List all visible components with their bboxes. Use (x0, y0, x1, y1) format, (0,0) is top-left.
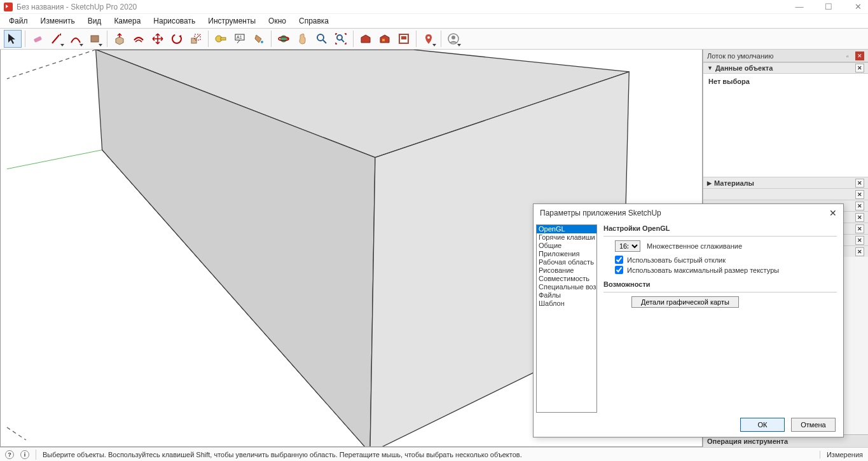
section-close-button[interactable]: ✕ (855, 179, 864, 188)
svg-point-19 (451, 36, 455, 39)
graphics-details-button[interactable]: Детали графической карты (631, 296, 739, 308)
menu-view[interactable]: Вид (83, 15, 107, 27)
svg-rect-0 (34, 36, 42, 43)
offset-tool[interactable] (130, 30, 148, 48)
rotate-tool[interactable] (168, 30, 186, 48)
svg-point-9 (261, 41, 263, 43)
menu-camera[interactable]: Камера (109, 15, 146, 27)
menu-help[interactable]: Справка (294, 15, 334, 27)
cancel-button[interactable]: Отмена (791, 418, 836, 432)
svg-line-23 (7, 427, 26, 440)
shape-tool[interactable] (86, 30, 104, 48)
preferences-detail-pane: Настройки OpenGL 16x Множественное сглаж… (603, 224, 837, 413)
opengl-settings-heading: Настройки OpenGL (603, 224, 837, 232)
menu-file[interactable]: Файл (4, 15, 33, 27)
no-selection-label: Нет выбора (708, 78, 750, 85)
list-item[interactable]: Приложения (537, 250, 596, 258)
maximize-button[interactable]: ☐ (822, 2, 835, 11)
svg-line-20 (7, 150, 102, 169)
section-close-button[interactable]: ✕ (855, 213, 864, 222)
select-tool[interactable] (4, 30, 22, 48)
menu-window[interactable]: Окно (263, 15, 291, 27)
zoom-tool[interactable] (313, 30, 331, 48)
svg-rect-16 (401, 36, 406, 39)
list-item[interactable]: Файлы (537, 291, 596, 299)
line-tool[interactable] (48, 30, 65, 48)
list-item[interactable]: Рабочая область (537, 258, 596, 266)
window-controls: — ☐ ✕ (793, 2, 864, 11)
materials-label: Материалы (714, 179, 754, 187)
list-item[interactable]: Совместимость (537, 275, 596, 283)
instructor-label: Операция инструмента (707, 437, 788, 445)
entity-info-header[interactable]: ▼ Данные объекта ✕ (703, 62, 868, 74)
tape-tool[interactable] (212, 30, 230, 48)
svg-text:A1: A1 (237, 35, 242, 39)
tray-title: Лоток по умолчанию (707, 52, 773, 60)
paint-tool[interactable] (250, 30, 268, 48)
menu-tools[interactable]: Инструменты (203, 15, 261, 27)
ext-warehouse-icon[interactable] (376, 30, 394, 48)
list-item[interactable]: OpenGL (537, 225, 596, 233)
list-item[interactable]: Шаблон (537, 299, 596, 308)
dialog-titlebar[interactable]: Параметры приложения SketchUp ✕ (534, 204, 843, 222)
menu-edit[interactable]: Изменить (36, 15, 80, 27)
minimize-button[interactable]: — (793, 2, 806, 11)
section-close-button[interactable]: ✕ (855, 190, 864, 199)
fast-feedback-checkbox[interactable]: Использовать быстрый отклик (615, 256, 837, 264)
entity-info-body: Нет выбора (703, 74, 868, 177)
move-tool[interactable] (149, 30, 167, 48)
ok-button[interactable]: ОК (740, 418, 785, 432)
list-item[interactable]: Рисование (537, 266, 596, 275)
section-close-button[interactable]: ✕ (855, 247, 864, 256)
text-tool[interactable]: A1 (231, 30, 249, 48)
capabilities-heading: Возможности (603, 280, 837, 288)
pushpull-tool[interactable] (111, 30, 128, 48)
chevron-right-icon: ▶ (707, 180, 712, 186)
zoom-extents-tool[interactable] (332, 30, 350, 48)
section-close-button[interactable]: ✕ (855, 224, 864, 233)
help-icon[interactable]: ? (5, 450, 14, 459)
antialias-select[interactable]: 16x (615, 240, 640, 252)
pin-icon[interactable]: ▫ (846, 53, 853, 59)
info-icon[interactable]: i (20, 450, 29, 459)
user-icon[interactable] (444, 30, 462, 48)
layout-icon[interactable] (395, 30, 413, 48)
pan-tool[interactable] (294, 30, 312, 48)
preferences-dialog: Параметры приложения SketchUp ✕ OpenGL Г… (533, 203, 844, 437)
scale-tool[interactable] (187, 30, 205, 48)
collapsed-panel-2[interactable]: ✕ (703, 188, 868, 200)
dialog-footer: ОК Отмена (534, 413, 843, 437)
materials-panel-header[interactable]: ▶ Материалы ✕ (703, 177, 868, 188)
menu-draw[interactable]: Нарисовать (148, 15, 200, 27)
section-close-button[interactable]: ✕ (855, 236, 864, 245)
section-title: Данные объекта (715, 64, 773, 72)
preferences-category-list[interactable]: OpenGL Горячие клавиши Общие Приложения … (536, 224, 597, 413)
svg-point-13 (337, 35, 342, 40)
toolbar: A1 (0, 28, 868, 50)
entity-info-panel: ▼ Данные объекта ✕ Нет выбора (703, 62, 868, 177)
svg-rect-6 (221, 38, 226, 40)
section-close-button[interactable]: ✕ (855, 64, 864, 72)
list-item[interactable]: Горячие клавиши (537, 233, 596, 242)
svg-point-12 (317, 34, 324, 41)
close-button[interactable]: ✕ (851, 2, 864, 11)
add-location-icon[interactable] (420, 30, 437, 48)
orbit-tool[interactable] (275, 30, 293, 48)
list-item[interactable]: Общие (537, 242, 596, 250)
antialias-label: Множественное сглаживание (647, 242, 742, 250)
menubar: Файл Изменить Вид Камера Нарисовать Инст… (0, 14, 868, 28)
eraser-tool[interactable] (29, 30, 46, 48)
max-texture-checkbox[interactable]: Использовать максимальный размер текстур… (615, 266, 837, 274)
arc-tool[interactable] (67, 30, 85, 48)
3dwarehouse-icon[interactable] (357, 30, 375, 48)
tray-close-button[interactable]: ✕ (855, 52, 864, 60)
svg-rect-14 (382, 39, 385, 41)
dialog-close-button[interactable]: ✕ (829, 208, 837, 218)
section-close-button[interactable]: ✕ (855, 202, 864, 210)
measurements-label: Измерения (820, 451, 863, 458)
titlebar: Без названия - SketchUp Pro 2020 — ☐ ✕ (0, 0, 868, 14)
statusbar: ? i Выберите объекты. Воспользуйтесь кла… (0, 447, 868, 461)
tray-header: Лоток по умолчанию ▫ ✕ (703, 50, 868, 62)
list-item[interactable]: Специальные возможности (537, 283, 596, 291)
chevron-down-icon: ▼ (707, 65, 713, 71)
